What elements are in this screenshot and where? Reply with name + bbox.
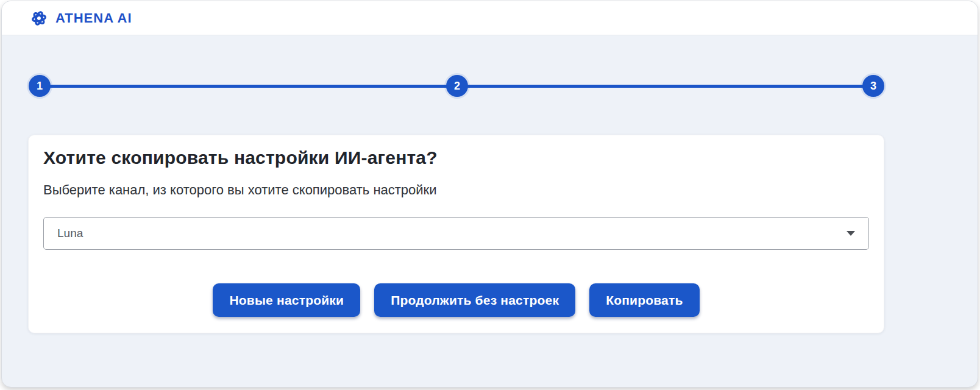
chevron-down-icon: [847, 231, 855, 236]
trefoil-knot-icon: [27, 6, 51, 29]
brand: ATHENA AI: [29, 9, 132, 28]
channel-select[interactable]: Luna: [43, 217, 869, 250]
button-row: Новые настройки Продолжить без настроек …: [43, 283, 869, 317]
step-2-indicator: 2: [446, 75, 468, 97]
copy-settings-card: Хотите скопировать настройки ИИ-агента? …: [28, 135, 884, 333]
step-3-number: 3: [870, 80, 876, 93]
header: ATHENA AI: [2, 1, 978, 35]
new-settings-button[interactable]: Новые настройки: [213, 283, 360, 317]
brand-name: ATHENA AI: [55, 10, 132, 26]
step-3-indicator: 3: [862, 75, 884, 97]
step-1-indicator: 1: [29, 75, 51, 97]
app-window: ATHENA AI 1 2 3 Хотите скопировать настр…: [1, 1, 978, 388]
copy-button[interactable]: Копировать: [589, 283, 699, 317]
step-2-number: 2: [454, 80, 460, 93]
card-title: Хотите скопировать настройки ИИ-агента?: [43, 147, 869, 168]
step-1-number: 1: [37, 80, 43, 93]
continue-without-settings-button[interactable]: Продолжить без настроек: [374, 283, 575, 317]
card-subtitle: Выберите канал, из которого вы хотите ск…: [43, 182, 869, 198]
channel-select-value: Luna: [57, 227, 83, 240]
